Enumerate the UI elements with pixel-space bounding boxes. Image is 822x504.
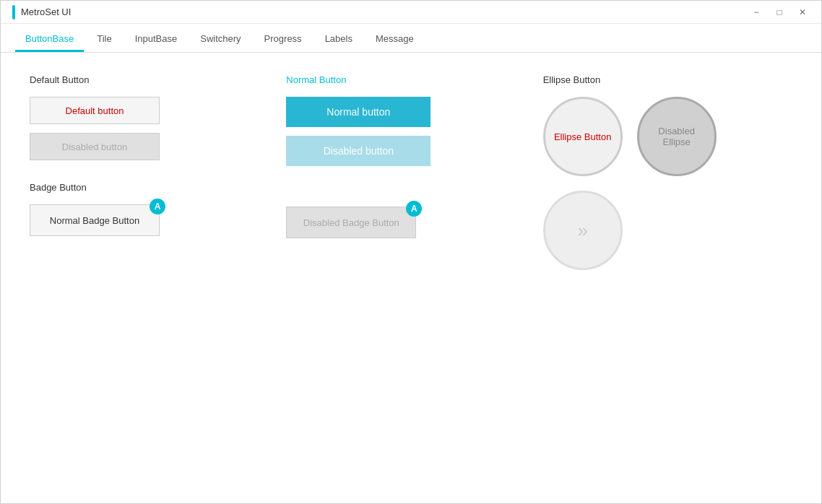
default-button-normal[interactable]: Default button bbox=[30, 97, 160, 124]
title-bar-left: MetroSet UI bbox=[12, 5, 71, 19]
tab-labels[interactable]: Labels bbox=[315, 27, 363, 52]
default-button-disabled: Disabled button bbox=[30, 133, 160, 160]
title-bar: MetroSet UI − □ ✕ bbox=[1, 1, 821, 24]
minimize-button[interactable]: − bbox=[746, 5, 766, 19]
tab-inputbase[interactable]: InputBase bbox=[125, 27, 188, 52]
tab-tile[interactable]: Tile bbox=[87, 27, 121, 52]
tab-bar: ButtonBase Tile InputBase Switchery Prog… bbox=[1, 24, 821, 53]
accent-bar bbox=[12, 5, 15, 19]
normal-button-disabled: Disabled button bbox=[286, 136, 431, 166]
app-window: MetroSet UI − □ ✕ ButtonBase Tile InputB… bbox=[0, 0, 822, 504]
tab-message[interactable]: Message bbox=[365, 27, 424, 52]
normal-button[interactable]: Normal button bbox=[286, 97, 431, 127]
col2: Normal Button Normal button Disabled but… bbox=[286, 74, 542, 292]
col1: Default Button Default button Disabled b… bbox=[30, 74, 286, 292]
close-button[interactable]: ✕ bbox=[792, 5, 813, 19]
normal-badge-button[interactable]: Normal Badge Button bbox=[30, 204, 160, 236]
disabled-badge-section: Disabled Badge Button A bbox=[286, 207, 535, 247]
tab-switchery[interactable]: Switchery bbox=[190, 27, 251, 52]
main-content: Default Button Default button Disabled b… bbox=[1, 53, 821, 503]
disabled-badge-btn-container: Disabled Badge Button A bbox=[286, 207, 416, 238]
normal-button-section: Normal Button Normal button Disabled but… bbox=[286, 74, 535, 166]
ellipse-button-title: Ellipse Button bbox=[543, 74, 792, 85]
title-bar-controls: − □ ✕ bbox=[746, 5, 813, 19]
disabled-badge: A bbox=[406, 201, 422, 217]
ellipse-button-arrow[interactable]: » bbox=[543, 191, 623, 270]
ellipse-row-2: » bbox=[543, 191, 792, 270]
badge-button-section: Badge Button Normal Badge Button A bbox=[30, 182, 279, 245]
normal-badge: A bbox=[150, 199, 165, 214]
normal-button-title: Normal Button bbox=[286, 74, 535, 85]
default-button-title: Default Button bbox=[30, 74, 279, 85]
app-title: MetroSet UI bbox=[21, 6, 71, 17]
ellipse-button-disabled: Disabled Ellipse bbox=[637, 97, 717, 176]
sections-wrapper: Default Button Default button Disabled b… bbox=[22, 74, 800, 292]
ellipse-button-normal[interactable]: Ellipse Button bbox=[543, 97, 623, 176]
default-button-section: Default Button Default button Disabled b… bbox=[30, 74, 279, 160]
ellipse-button-section: Ellipse Button Ellipse Button Disabled E… bbox=[543, 74, 792, 270]
col3: Ellipse Button Ellipse Button Disabled E… bbox=[543, 74, 800, 292]
disabled-badge-button: Disabled Badge Button bbox=[286, 207, 416, 238]
maximize-button[interactable]: □ bbox=[769, 5, 789, 19]
badge-button-title: Badge Button bbox=[30, 182, 279, 193]
ellipse-row-1: Ellipse Button Disabled Ellipse bbox=[543, 97, 792, 176]
tab-buttonbase[interactable]: ButtonBase bbox=[15, 27, 84, 52]
tab-progress[interactable]: Progress bbox=[254, 27, 312, 52]
normal-badge-btn-container: Normal Badge Button A bbox=[30, 204, 160, 236]
